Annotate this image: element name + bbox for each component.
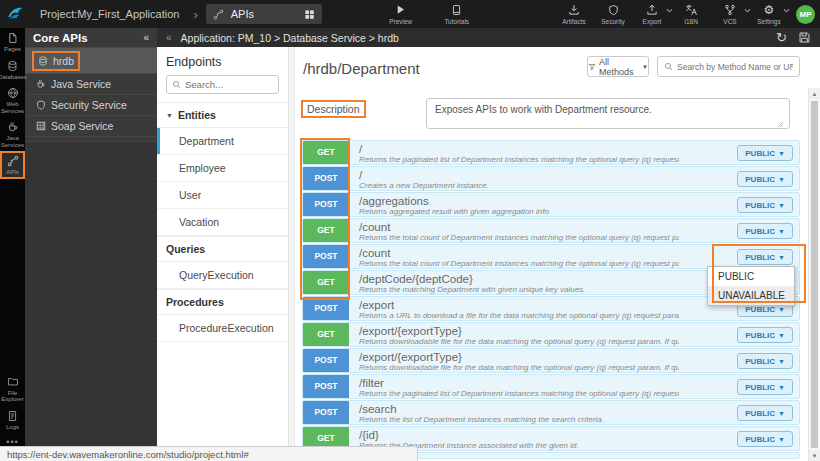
service-label: Security Service xyxy=(51,99,127,111)
endpoint-item-procedureexecution[interactable]: ProcedureExecution xyxy=(157,315,288,342)
chevron-right-icon[interactable]: › xyxy=(193,7,197,22)
project-name[interactable]: Project:My_First_Application xyxy=(40,8,179,20)
artifacts-label: Artifacts xyxy=(562,18,585,25)
endpoint-path: /deptCode/{deptCode} xyxy=(359,273,679,285)
access-dropdown-button[interactable]: PUBLIC ▼ xyxy=(737,405,793,421)
api-row: POST /filter Returns the paginated list … xyxy=(302,374,800,399)
endpoints-search[interactable] xyxy=(166,75,279,94)
endpoint-path: /{id} xyxy=(359,429,679,441)
chevron-down-icon xyxy=(666,8,673,13)
endpoint-path: /count xyxy=(359,247,679,259)
section-entities[interactable]: ▼ Entities xyxy=(157,102,288,128)
endpoint-item-queryexecution[interactable]: QueryExecution xyxy=(157,262,288,289)
endpoint-description: Returns the total count of Department in… xyxy=(359,259,679,268)
user-avatar[interactable]: MP xyxy=(796,5,815,24)
vertical-scrollbar[interactable]: ▲ ▼ xyxy=(808,88,820,461)
sidebar-item-logs[interactable]: Logs xyxy=(0,406,25,434)
endpoint-item-vacation[interactable]: Vacation xyxy=(157,209,288,236)
scroll-up-icon[interactable]: ▲ xyxy=(809,88,820,99)
settings-label: Settings xyxy=(757,18,781,25)
sidebar-item-web-services[interactable]: Web Services xyxy=(0,83,25,117)
description-label: Description xyxy=(301,100,366,118)
method-badge: POST xyxy=(303,297,349,320)
endpoint-path: /search xyxy=(359,403,679,415)
access-dropdown-button[interactable]: PUBLIC ▼ xyxy=(737,327,793,343)
method-badge: POST xyxy=(303,375,349,398)
api-row: POST /count Returns the total count of D… xyxy=(302,244,800,269)
endpoint-info: /filter Returns the paginated list of De… xyxy=(349,375,799,398)
settings-button[interactable]: ⚙ Settings xyxy=(754,4,784,25)
caret-down-icon: ▼ xyxy=(778,254,785,261)
access-dropdown-button[interactable]: PUBLIC ▼ xyxy=(737,249,793,265)
save-icon[interactable] xyxy=(798,31,811,44)
endpoint-item-department[interactable]: Department xyxy=(157,128,288,155)
preview-button[interactable]: Preview xyxy=(386,4,416,25)
tab-apis[interactable]: APIs xyxy=(206,4,322,24)
collapse-panel-icon[interactable]: « xyxy=(143,32,149,43)
endpoint-description: Creates a new Department instance. xyxy=(359,181,679,190)
sidebar-item-pages[interactable]: Pages xyxy=(0,28,25,56)
endpoint-info: / Returns the paginated list of Departme… xyxy=(349,141,799,164)
api-row: POST /export/{exportType} Returns downlo… xyxy=(302,348,800,373)
access-dropdown-menu: PUBLIC UNAVAILABLE xyxy=(707,266,795,306)
endpoint-description: Returns the paginated list of Department… xyxy=(359,155,679,164)
scrollbar-thumb[interactable] xyxy=(811,101,818,448)
service-item-soap-service[interactable]: Soap Service xyxy=(25,116,157,137)
access-dropdown-button[interactable]: PUBLIC ▼ xyxy=(737,171,793,187)
book-icon xyxy=(451,4,462,16)
endpoint-item-employee[interactable]: Employee xyxy=(157,155,288,182)
vcs-button[interactable]: VCS xyxy=(715,4,745,25)
service-label: hrdb xyxy=(53,55,74,67)
service-item-hrdb[interactable]: hrdb xyxy=(25,48,157,74)
method-badge: GET xyxy=(303,141,349,164)
endpoint-description: Returns a URL to download a file for the… xyxy=(359,311,679,320)
caret-down-icon: ▼ xyxy=(778,228,785,235)
api-icon xyxy=(7,155,19,167)
grid-icon[interactable] xyxy=(304,9,315,20)
access-dropdown-button[interactable]: PUBLIC ▼ xyxy=(737,223,793,239)
sidebar-item-apis[interactable]: APIs xyxy=(0,151,25,179)
method-search-input[interactable] xyxy=(677,62,793,72)
i18n-button[interactable]: I18N xyxy=(676,4,706,25)
access-dropdown-button[interactable]: PUBLIC ▼ xyxy=(737,431,793,447)
access-label: PUBLIC xyxy=(745,175,775,184)
wavemaker-studio-window: Project:My_First_Application › APIs Prev… xyxy=(0,0,820,461)
tutorials-button[interactable]: Tutorials xyxy=(442,4,472,25)
method-search[interactable] xyxy=(657,56,800,77)
section-procedures[interactable]: Procedures xyxy=(157,289,288,315)
menu-option-unavailable[interactable]: UNAVAILABLE xyxy=(708,286,794,305)
access-dropdown-button[interactable]: PUBLIC ▼ xyxy=(737,145,793,161)
refresh-icon[interactable]: ↻ xyxy=(776,31,787,44)
section-queries[interactable]: Queries xyxy=(157,236,288,262)
security-button[interactable]: Security xyxy=(598,4,628,25)
breadcrumb-bar: « Application: PM_10 > Database Service … xyxy=(157,28,820,47)
endpoints-search-input[interactable] xyxy=(185,79,271,90)
artifacts-button[interactable]: Artifacts xyxy=(559,4,589,25)
sidebar-item-java-services[interactable]: Java Services xyxy=(0,117,25,151)
access-dropdown-button[interactable]: PUBLIC ▼ xyxy=(737,197,793,213)
rail-label: Pages xyxy=(4,46,21,53)
endpoint-item-user[interactable]: User xyxy=(157,182,288,209)
endpoint-path: / xyxy=(359,169,679,181)
access-dropdown-button[interactable]: PUBLIC ▼ xyxy=(737,353,793,369)
collapse-panel-icon[interactable]: « xyxy=(166,32,172,43)
endpoint-description: Returns aggregated result with given agg… xyxy=(359,207,679,216)
description-textarea[interactable]: Exposes APIs to work with Department res… xyxy=(426,98,790,129)
export-button[interactable]: Export xyxy=(637,4,667,25)
shield-icon xyxy=(608,4,619,16)
menu-option-public[interactable]: PUBLIC xyxy=(708,267,794,286)
service-item-java-service[interactable]: Java Service xyxy=(25,74,157,95)
globe-icon xyxy=(7,87,19,99)
endpoint-info: /export/{exportType} Returns downloadabl… xyxy=(349,323,799,346)
methods-filter-dropdown[interactable]: All Methods ▼ xyxy=(587,56,649,77)
access-dropdown-button[interactable]: PUBLIC ▼ xyxy=(737,379,793,395)
branch-icon xyxy=(724,4,736,16)
sidebar-item-databases[interactable]: Databases xyxy=(0,56,25,84)
wavemaker-logo-icon[interactable] xyxy=(0,5,30,23)
endpoint-description: Returns the total count of Department in… xyxy=(359,233,679,242)
service-item-security-service[interactable]: Security Service xyxy=(25,95,157,116)
upload-icon xyxy=(646,4,658,16)
sidebar-item-file-explorer[interactable]: File Explorer xyxy=(0,372,25,406)
left-icon-rail: Pages Databases Web Services Java Servic… xyxy=(0,28,25,461)
scroll-down-icon[interactable]: ▼ xyxy=(809,450,820,461)
